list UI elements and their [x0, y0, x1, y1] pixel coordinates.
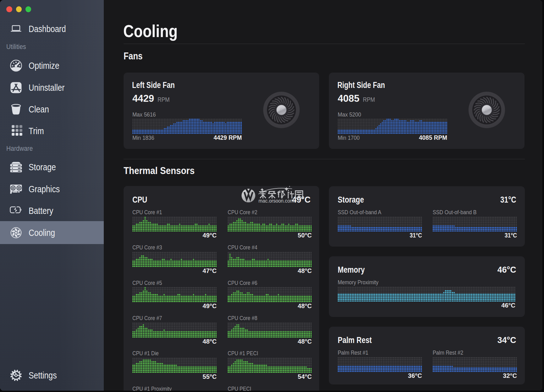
svg-text:mac.orsoon.com: mac.orsoon.com: [258, 198, 294, 204]
